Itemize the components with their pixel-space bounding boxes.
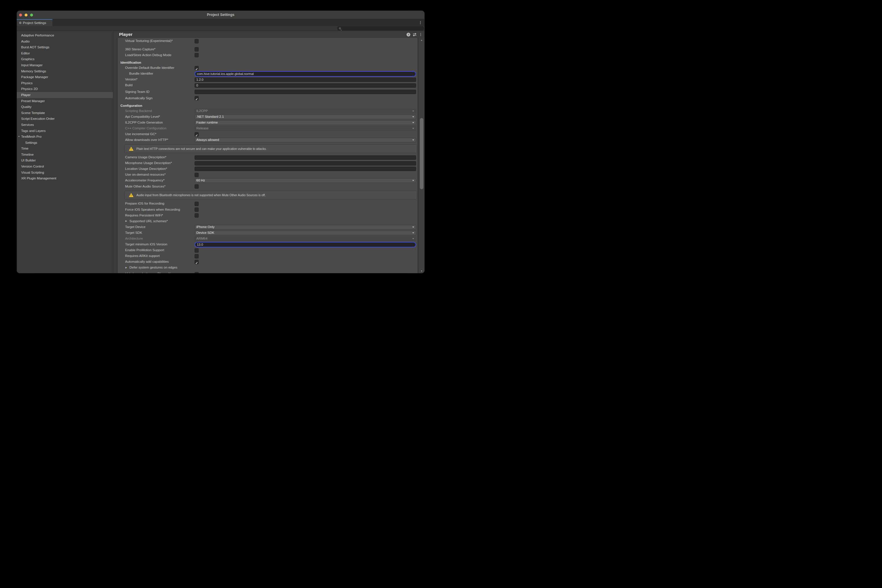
row-label: Allow downloads over HTTP* <box>125 138 168 141</box>
checkbox[interactable] <box>195 39 198 44</box>
checkbox[interactable] <box>195 254 198 258</box>
scrollbar[interactable]: ▲ ▼ <box>418 38 425 273</box>
help-icon[interactable]: ? <box>407 33 410 36</box>
dropdown-value: IL2CPP <box>195 109 416 113</box>
row-configuration: Configuration <box>117 104 418 108</box>
tab-bar-kebab-icon[interactable]: ⋮ <box>419 21 422 24</box>
text-field[interactable] <box>195 166 416 171</box>
sidebar-item-tags-and-layers[interactable]: Tags and Layers <box>17 128 113 134</box>
sidebar-item-player[interactable]: Player <box>17 92 113 98</box>
sidebar-item-timeline[interactable]: Timeline <box>17 152 113 158</box>
sidebar-item-memory-settings[interactable]: Memory Settings <box>17 68 113 74</box>
row-api-compatibility-level: Api Compatibility Level*.NET Standard 2.… <box>117 115 418 119</box>
sidebar-item-adaptive-performance[interactable]: Adaptive Performance <box>17 32 113 39</box>
row-location-usage-description: Location Usage Description* <box>117 166 418 171</box>
checkbox[interactable] <box>195 184 198 189</box>
sidebar-item-quality[interactable]: Quality <box>17 104 113 110</box>
pane-header: Player ? ⋮ <box>113 31 425 38</box>
text-field[interactable] <box>195 155 416 160</box>
row-enable-promotion-support: Enable ProMotion Support <box>117 248 418 253</box>
sidebar-item-input-manager[interactable]: Input Manager <box>17 62 113 68</box>
check-icon: ✓ <box>195 68 198 71</box>
dropdown-arrow-icon <box>412 232 414 234</box>
sidebar-item-textmesh-pro[interactable]: ▼TextMesh Pro <box>17 134 113 140</box>
row-label: Automatically add capabilities <box>125 260 169 263</box>
checkbox[interactable] <box>195 213 198 218</box>
sidebar-item-services[interactable]: Services <box>17 122 113 128</box>
sidebar-item-time[interactable]: Time <box>17 146 113 152</box>
section-header: Configuration <box>120 104 142 107</box>
row-il2cpp-code-generation: IL2CPP Code GenerationFaster runtime <box>117 120 418 125</box>
dropdown[interactable]: 60 Hz <box>195 178 416 183</box>
dropdown[interactable]: .NET Standard 2.1 <box>195 115 416 119</box>
sidebar-item-label: Physics <box>21 81 33 85</box>
warning-box: Audio input from Bluetooth microphones i… <box>125 191 417 200</box>
text-field[interactable]: 0 <box>195 83 416 88</box>
sidebar-item-scene-template[interactable]: Scene Template <box>17 110 113 116</box>
row-microphone-usage-description: Microphone Usage Description* <box>117 161 418 165</box>
sidebar-item-burst-aot-settings[interactable]: Burst AOT Settings <box>17 44 113 50</box>
dropdown[interactable]: iPhone Only <box>195 225 416 230</box>
checkbox[interactable]: ✓ <box>195 132 198 136</box>
dropdown-arrow-icon <box>412 128 414 129</box>
sidebar-item-ui-builder[interactable]: UI Builder <box>17 158 113 164</box>
checkbox[interactable]: ✓ <box>195 96 198 100</box>
sidebar-item-version-control[interactable]: Version Control <box>17 164 113 170</box>
pane-header-icons: ? ⋮ <box>407 33 422 36</box>
tab-project-settings[interactable]: ⚙ Project Settings <box>17 19 53 26</box>
row-label: Location Usage Description* <box>125 167 167 171</box>
text-field[interactable] <box>195 161 416 165</box>
sidebar-item-physics-2d[interactable]: Physics 2D <box>17 86 113 92</box>
sidebar-item-settings[interactable]: Settings <box>17 140 113 146</box>
search-input[interactable] <box>337 26 424 30</box>
text-field[interactable]: 1.2.0 <box>195 78 416 82</box>
scroll-down-icon[interactable]: ▼ <box>418 270 425 272</box>
dropdown[interactable]: Faster runtime <box>195 120 416 125</box>
sidebar-item-editor[interactable]: Editor <box>17 50 113 56</box>
row-label: Target SDK <box>125 231 142 234</box>
settings-category-list: Adaptive PerformanceAudioBurst AOT Setti… <box>17 31 113 273</box>
sidebar-item-label: Version Control <box>21 165 44 168</box>
row-scripting-backend: Scripting BackendIL2CPP <box>117 109 418 113</box>
checkbox[interactable]: ✓ <box>195 66 198 70</box>
sidebar-item-visual-scripting[interactable]: Visual Scripting <box>17 170 113 176</box>
row-label: Requires ARKit support <box>125 254 160 258</box>
preset-sliders-icon[interactable] <box>413 33 417 36</box>
text-field[interactable]: com.hive.tutorial.ios.apple.global.norma… <box>195 71 416 76</box>
scroll-up-icon[interactable]: ▲ <box>418 39 425 41</box>
dropdown[interactable]: Device SDK <box>195 231 416 235</box>
sidebar-item-physics[interactable]: Physics <box>17 80 113 86</box>
chevron-down-icon[interactable]: ▼ <box>18 134 20 140</box>
section-header: Identification <box>120 61 141 64</box>
sidebar-item-graphics[interactable]: Graphics <box>17 56 113 62</box>
checkbox[interactable] <box>195 272 198 273</box>
search-row <box>17 26 425 31</box>
scrollbar-thumb[interactable] <box>420 118 423 189</box>
sidebar-item-package-manager[interactable]: Package Manager <box>17 74 113 80</box>
dropdown[interactable]: Always allowed <box>195 138 416 142</box>
sidebar-item-script-execution-order[interactable]: Script Execution Order <box>17 116 113 122</box>
warning-box: Plain text HTTP connections are not secu… <box>125 144 417 153</box>
sidebar-item-xr-plugin-management[interactable]: XR Plugin Management <box>17 176 113 182</box>
checkbox[interactable] <box>195 202 198 206</box>
checkbox[interactable] <box>195 207 198 212</box>
dropdown: ARM64 <box>195 236 416 241</box>
checkbox[interactable] <box>195 173 198 177</box>
foldout-arrow-icon[interactable]: ▶ <box>125 267 127 269</box>
sidebar-item-audio[interactable]: Audio <box>17 39 113 45</box>
sidebar-item-label: Audio <box>21 40 30 43</box>
text-field[interactable] <box>195 90 416 94</box>
row-target-sdk: Target SDKDevice SDK <box>117 231 418 235</box>
foldout-arrow-icon[interactable]: ▶ <box>125 220 127 222</box>
check-icon: ✓ <box>195 261 198 265</box>
checkbox[interactable] <box>195 53 198 57</box>
checkbox[interactable] <box>195 47 198 51</box>
row-identification: Identification <box>117 60 418 65</box>
sidebar-item-label: Package Manager <box>21 75 48 79</box>
sidebar-item-preset-manager[interactable]: Preset Manager <box>17 98 113 104</box>
text-field[interactable]: 13.0 <box>195 242 416 248</box>
checkbox[interactable]: ✓ <box>195 260 198 264</box>
check-icon: ✓ <box>195 134 198 137</box>
pane-kebab-icon[interactable]: ⋮ <box>419 33 422 36</box>
checkbox[interactable] <box>195 248 198 253</box>
